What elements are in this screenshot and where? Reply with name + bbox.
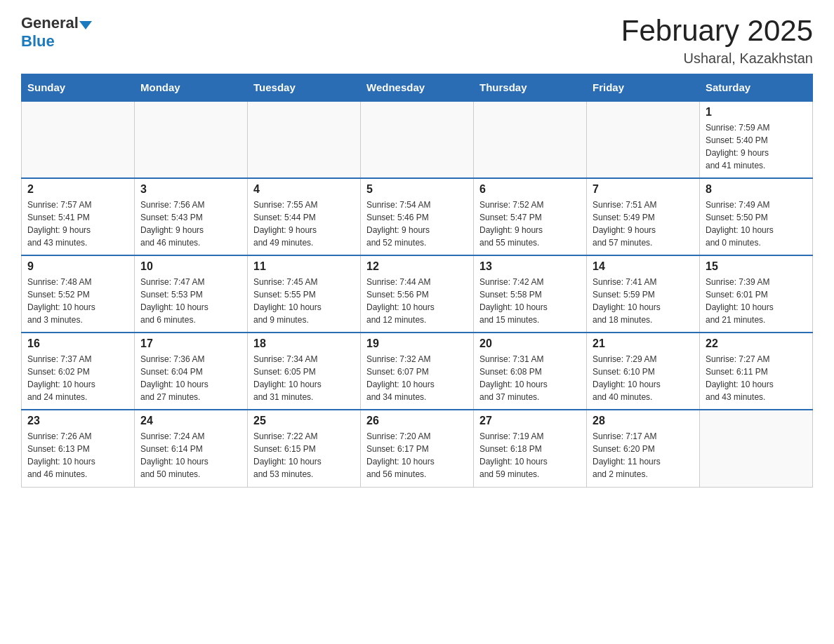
calendar-header-saturday: Saturday bbox=[700, 74, 813, 102]
day-info: Sunrise: 7:57 AM Sunset: 5:41 PM Dayligh… bbox=[27, 199, 128, 249]
day-number: 20 bbox=[479, 337, 581, 350]
calendar-cell bbox=[361, 101, 474, 178]
calendar-cell bbox=[22, 101, 135, 178]
calendar-week-row: 2Sunrise: 7:57 AM Sunset: 5:41 PM Daylig… bbox=[22, 178, 813, 255]
day-number: 13 bbox=[479, 260, 581, 273]
day-number: 8 bbox=[706, 183, 807, 196]
day-info: Sunrise: 7:51 AM Sunset: 5:49 PM Dayligh… bbox=[593, 199, 694, 249]
calendar-header-friday: Friday bbox=[587, 74, 700, 102]
calendar-week-row: 9Sunrise: 7:48 AM Sunset: 5:52 PM Daylig… bbox=[22, 255, 813, 333]
calendar-week-row: 23Sunrise: 7:26 AM Sunset: 6:13 PM Dayli… bbox=[22, 410, 813, 487]
calendar-week-row: 1Sunrise: 7:59 AM Sunset: 5:40 PM Daylig… bbox=[22, 101, 813, 178]
day-number: 27 bbox=[479, 415, 581, 427]
day-info: Sunrise: 7:45 AM Sunset: 5:55 PM Dayligh… bbox=[253, 276, 355, 326]
calendar-cell: 24Sunrise: 7:24 AM Sunset: 6:14 PM Dayli… bbox=[135, 410, 248, 487]
calendar-header-monday: Monday bbox=[135, 74, 248, 102]
day-info: Sunrise: 7:26 AM Sunset: 6:13 PM Dayligh… bbox=[27, 430, 128, 481]
calendar-cell bbox=[248, 101, 361, 178]
day-info: Sunrise: 7:47 AM Sunset: 5:53 PM Dayligh… bbox=[140, 276, 241, 326]
day-number: 16 bbox=[27, 337, 128, 350]
day-number: 19 bbox=[366, 337, 468, 350]
calendar-cell: 1Sunrise: 7:59 AM Sunset: 5:40 PM Daylig… bbox=[700, 101, 813, 178]
day-info: Sunrise: 7:42 AM Sunset: 5:58 PM Dayligh… bbox=[479, 276, 581, 326]
day-number: 6 bbox=[479, 183, 581, 196]
day-number: 25 bbox=[253, 415, 355, 427]
calendar-cell: 22Sunrise: 7:27 AM Sunset: 6:11 PM Dayli… bbox=[700, 333, 813, 410]
day-info: Sunrise: 7:19 AM Sunset: 6:18 PM Dayligh… bbox=[479, 430, 581, 481]
calendar-cell bbox=[474, 101, 587, 178]
day-info: Sunrise: 7:29 AM Sunset: 6:10 PM Dayligh… bbox=[593, 353, 694, 403]
calendar-cell bbox=[700, 410, 813, 487]
day-number: 18 bbox=[253, 337, 355, 350]
day-info: Sunrise: 7:36 AM Sunset: 6:04 PM Dayligh… bbox=[140, 353, 241, 403]
day-info: Sunrise: 7:49 AM Sunset: 5:50 PM Dayligh… bbox=[706, 199, 807, 249]
calendar-week-row: 16Sunrise: 7:37 AM Sunset: 6:02 PM Dayli… bbox=[22, 333, 813, 410]
calendar-cell: 19Sunrise: 7:32 AM Sunset: 6:07 PM Dayli… bbox=[361, 333, 474, 410]
calendar-table: SundayMondayTuesdayWednesdayThursdayFrid… bbox=[21, 74, 813, 488]
day-info: Sunrise: 7:31 AM Sunset: 6:08 PM Dayligh… bbox=[479, 353, 581, 403]
day-number: 1 bbox=[706, 106, 807, 119]
calendar-cell: 28Sunrise: 7:17 AM Sunset: 6:20 PM Dayli… bbox=[587, 410, 700, 487]
calendar-cell: 11Sunrise: 7:45 AM Sunset: 5:55 PM Dayli… bbox=[248, 255, 361, 333]
calendar-cell: 7Sunrise: 7:51 AM Sunset: 5:49 PM Daylig… bbox=[587, 178, 700, 255]
day-number: 9 bbox=[27, 260, 128, 273]
page-header: General Blue February 2025 Usharal, Kaza… bbox=[21, 14, 813, 67]
calendar-cell: 17Sunrise: 7:36 AM Sunset: 6:04 PM Dayli… bbox=[135, 333, 248, 410]
calendar-cell bbox=[135, 101, 248, 178]
calendar-header-sunday: Sunday bbox=[22, 74, 135, 102]
calendar-cell: 27Sunrise: 7:19 AM Sunset: 6:18 PM Dayli… bbox=[474, 410, 587, 487]
calendar-cell: 12Sunrise: 7:44 AM Sunset: 5:56 PM Dayli… bbox=[361, 255, 474, 333]
calendar-cell: 8Sunrise: 7:49 AM Sunset: 5:50 PM Daylig… bbox=[700, 178, 813, 255]
calendar-cell: 26Sunrise: 7:20 AM Sunset: 6:17 PM Dayli… bbox=[361, 410, 474, 487]
day-info: Sunrise: 7:41 AM Sunset: 5:59 PM Dayligh… bbox=[593, 276, 694, 326]
day-info: Sunrise: 7:34 AM Sunset: 6:05 PM Dayligh… bbox=[253, 353, 355, 403]
calendar-cell: 16Sunrise: 7:37 AM Sunset: 6:02 PM Dayli… bbox=[22, 333, 135, 410]
day-number: 3 bbox=[140, 183, 241, 196]
calendar-cell: 20Sunrise: 7:31 AM Sunset: 6:08 PM Dayli… bbox=[474, 333, 587, 410]
month-title: February 2025 bbox=[621, 14, 813, 48]
day-number: 28 bbox=[593, 415, 694, 427]
day-info: Sunrise: 7:54 AM Sunset: 5:46 PM Dayligh… bbox=[366, 199, 468, 249]
day-number: 10 bbox=[140, 260, 241, 273]
day-number: 21 bbox=[593, 337, 694, 350]
calendar-cell: 3Sunrise: 7:56 AM Sunset: 5:43 PM Daylig… bbox=[135, 178, 248, 255]
day-info: Sunrise: 7:37 AM Sunset: 6:02 PM Dayligh… bbox=[27, 353, 128, 403]
calendar-cell: 25Sunrise: 7:22 AM Sunset: 6:15 PM Dayli… bbox=[248, 410, 361, 487]
calendar-cell: 21Sunrise: 7:29 AM Sunset: 6:10 PM Dayli… bbox=[587, 333, 700, 410]
day-info: Sunrise: 7:17 AM Sunset: 6:20 PM Dayligh… bbox=[593, 430, 694, 481]
day-info: Sunrise: 7:24 AM Sunset: 6:14 PM Dayligh… bbox=[140, 430, 241, 481]
location: Usharal, Kazakhstan bbox=[621, 51, 813, 67]
calendar-cell: 10Sunrise: 7:47 AM Sunset: 5:53 PM Dayli… bbox=[135, 255, 248, 333]
day-info: Sunrise: 7:20 AM Sunset: 6:17 PM Dayligh… bbox=[366, 430, 468, 481]
day-number: 11 bbox=[253, 260, 355, 273]
logo: General Blue bbox=[21, 14, 92, 51]
title-area: February 2025 Usharal, Kazakhstan bbox=[621, 14, 813, 67]
day-number: 15 bbox=[706, 260, 807, 273]
day-info: Sunrise: 7:55 AM Sunset: 5:44 PM Dayligh… bbox=[253, 199, 355, 249]
logo-general-text: General bbox=[21, 14, 79, 32]
calendar-cell: 4Sunrise: 7:55 AM Sunset: 5:44 PM Daylig… bbox=[248, 178, 361, 255]
day-info: Sunrise: 7:44 AM Sunset: 5:56 PM Dayligh… bbox=[366, 276, 468, 326]
logo-blue-text: Blue bbox=[21, 32, 55, 50]
calendar-header-row: SundayMondayTuesdayWednesdayThursdayFrid… bbox=[22, 74, 813, 102]
day-info: Sunrise: 7:59 AM Sunset: 5:40 PM Dayligh… bbox=[706, 121, 807, 172]
day-number: 2 bbox=[27, 183, 128, 196]
day-number: 24 bbox=[140, 415, 241, 427]
day-info: Sunrise: 7:27 AM Sunset: 6:11 PM Dayligh… bbox=[706, 353, 807, 403]
calendar-header-wednesday: Wednesday bbox=[361, 74, 474, 102]
day-info: Sunrise: 7:48 AM Sunset: 5:52 PM Dayligh… bbox=[27, 276, 128, 326]
calendar-cell: 15Sunrise: 7:39 AM Sunset: 6:01 PM Dayli… bbox=[700, 255, 813, 333]
calendar-cell: 6Sunrise: 7:52 AM Sunset: 5:47 PM Daylig… bbox=[474, 178, 587, 255]
logo-arrow-icon bbox=[79, 21, 92, 29]
day-number: 17 bbox=[140, 337, 241, 350]
day-info: Sunrise: 7:52 AM Sunset: 5:47 PM Dayligh… bbox=[479, 199, 581, 249]
calendar-cell: 14Sunrise: 7:41 AM Sunset: 5:59 PM Dayli… bbox=[587, 255, 700, 333]
day-number: 14 bbox=[593, 260, 694, 273]
day-info: Sunrise: 7:39 AM Sunset: 6:01 PM Dayligh… bbox=[706, 276, 807, 326]
calendar-header-thursday: Thursday bbox=[474, 74, 587, 102]
day-number: 23 bbox=[27, 415, 128, 427]
day-info: Sunrise: 7:56 AM Sunset: 5:43 PM Dayligh… bbox=[140, 199, 241, 249]
day-number: 22 bbox=[706, 337, 807, 350]
day-number: 5 bbox=[366, 183, 468, 196]
day-number: 4 bbox=[253, 183, 355, 196]
